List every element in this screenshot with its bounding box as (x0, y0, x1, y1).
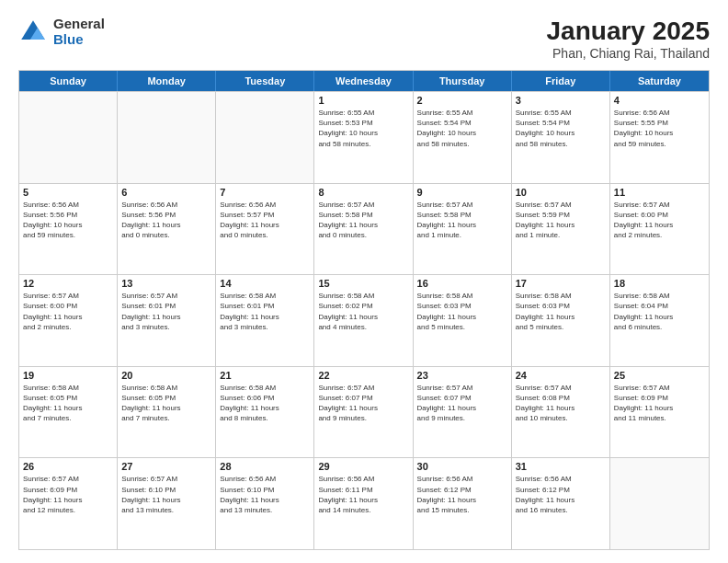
cell-info-line: and 1 minute. (417, 230, 507, 240)
header-day-monday: Monday (118, 71, 216, 91)
cell-info-line: Daylight: 11 hours (121, 495, 211, 505)
cell-info-line: Sunset: 5:54 PM (417, 118, 507, 128)
cell-info-line: and 13 minutes. (220, 505, 310, 515)
header-day-tuesday: Tuesday (216, 71, 314, 91)
cell-info-line: Sunrise: 6:57 AM (417, 200, 507, 210)
cell-info-line: Sunset: 6:08 PM (516, 393, 606, 403)
cell-info-line: and 5 minutes. (417, 322, 507, 332)
cell-info-line: Sunset: 5:57 PM (220, 210, 310, 220)
cell-info-line: Daylight: 11 hours (23, 403, 113, 413)
header-day-saturday: Saturday (610, 71, 709, 91)
cell-info-line: and 3 minutes. (121, 322, 211, 332)
cell-info-line: Daylight: 11 hours (516, 495, 606, 505)
calendar-cell-0-1 (118, 92, 216, 183)
day-number: 22 (318, 370, 408, 381)
cell-info-line: Daylight: 11 hours (417, 312, 507, 322)
day-number: 9 (417, 187, 507, 198)
cell-info-line: and 4 minutes. (318, 322, 408, 332)
cell-info-line: Daylight: 11 hours (516, 220, 606, 230)
cell-info-line: Daylight: 11 hours (318, 403, 408, 413)
day-number: 7 (220, 187, 310, 198)
day-number: 21 (220, 370, 310, 381)
cell-info-line: Sunrise: 6:56 AM (318, 474, 408, 484)
cell-info-line: Sunrise: 6:58 AM (121, 383, 211, 393)
cell-info-line: Sunrise: 6:56 AM (516, 474, 606, 484)
cell-info-line: Sunrise: 6:56 AM (220, 474, 310, 484)
cell-info-line: Sunrise: 6:57 AM (23, 474, 113, 484)
calendar-cell-0-4: 2Sunrise: 6:55 AMSunset: 5:54 PMDaylight… (414, 92, 512, 183)
cell-info-line: Sunrise: 6:58 AM (220, 383, 310, 393)
header: General Blue January 2025 Phan, Chiang R… (18, 17, 710, 61)
cell-info-line: Sunset: 6:12 PM (417, 485, 507, 495)
cell-info-line: Sunrise: 6:58 AM (318, 291, 408, 301)
day-number: 19 (23, 370, 113, 381)
cell-info-line: Daylight: 11 hours (614, 220, 705, 230)
cell-info-line: Sunrise: 6:56 AM (121, 200, 211, 210)
calendar-row-3: 19Sunrise: 6:58 AMSunset: 6:05 PMDayligh… (19, 366, 709, 458)
day-number: 1 (318, 95, 408, 106)
cell-info-line: Sunset: 6:03 PM (516, 301, 606, 311)
calendar-cell-3-0: 19Sunrise: 6:58 AMSunset: 6:05 PMDayligh… (19, 367, 118, 458)
cell-info-line: Sunrise: 6:58 AM (417, 291, 507, 301)
cell-info-line: Sunrise: 6:55 AM (318, 108, 408, 118)
header-day-sunday: Sunday (19, 71, 118, 91)
calendar-cell-3-2: 21Sunrise: 6:58 AMSunset: 6:06 PMDayligh… (216, 367, 314, 458)
day-number: 15 (318, 278, 408, 289)
cell-info-line: Sunrise: 6:57 AM (121, 291, 211, 301)
cell-info-line: Sunrise: 6:57 AM (121, 474, 211, 484)
calendar-cell-1-0: 5Sunrise: 6:56 AMSunset: 5:56 PMDaylight… (19, 184, 118, 275)
calendar-row-2: 12Sunrise: 6:57 AMSunset: 6:00 PMDayligh… (19, 274, 709, 366)
calendar-cell-4-4: 30Sunrise: 6:56 AMSunset: 6:12 PMDayligh… (414, 458, 512, 549)
calendar-cell-2-5: 17Sunrise: 6:58 AMSunset: 6:03 PMDayligh… (512, 275, 610, 366)
cell-info-line: and 58 minutes. (516, 139, 606, 149)
cell-info-line: Sunrise: 6:56 AM (23, 200, 113, 210)
cell-info-line: Daylight: 11 hours (121, 312, 211, 322)
day-number: 26 (23, 461, 113, 472)
cell-info-line: Sunset: 5:58 PM (417, 210, 507, 220)
logo-text: General Blue (53, 17, 105, 47)
cell-info-line: Daylight: 11 hours (318, 312, 408, 322)
day-number: 18 (614, 278, 705, 289)
calendar-cell-2-6: 18Sunrise: 6:58 AMSunset: 6:04 PMDayligh… (610, 275, 709, 366)
cell-info-line: and 6 minutes. (614, 322, 705, 332)
day-number: 28 (220, 461, 310, 472)
cell-info-line: and 58 minutes. (417, 139, 507, 149)
calendar-row-1: 5Sunrise: 6:56 AMSunset: 5:56 PMDaylight… (19, 183, 709, 275)
cell-info-line: Daylight: 10 hours (417, 128, 507, 138)
day-number: 12 (23, 278, 113, 289)
day-number: 11 (614, 187, 705, 198)
cell-info-line: Sunset: 5:56 PM (121, 210, 211, 220)
cell-info-line: Daylight: 11 hours (23, 495, 113, 505)
calendar-header: SundayMondayTuesdayWednesdayThursdayFrid… (19, 71, 709, 91)
logo-icon (18, 17, 48, 47)
cell-info-line: Daylight: 10 hours (516, 128, 606, 138)
cell-info-line: Sunrise: 6:56 AM (417, 474, 507, 484)
calendar-cell-4-6 (610, 458, 709, 549)
cell-info-line: Sunset: 6:10 PM (220, 485, 310, 495)
cell-info-line: Daylight: 11 hours (121, 220, 211, 230)
day-number: 14 (220, 278, 310, 289)
calendar-cell-3-6: 25Sunrise: 6:57 AMSunset: 6:09 PMDayligh… (610, 367, 709, 458)
cell-info-line: Daylight: 10 hours (614, 128, 705, 138)
header-day-wednesday: Wednesday (314, 71, 413, 91)
cell-info-line: Sunrise: 6:57 AM (417, 383, 507, 393)
cell-info-line: and 13 minutes. (121, 505, 211, 515)
cell-info-line: Sunset: 5:58 PM (318, 210, 408, 220)
day-number: 25 (614, 370, 705, 381)
day-number: 5 (23, 187, 113, 198)
cell-info-line: Sunset: 5:56 PM (23, 210, 113, 220)
calendar-cell-4-2: 28Sunrise: 6:56 AMSunset: 6:10 PMDayligh… (216, 458, 314, 549)
cell-info-line: Sunrise: 6:56 AM (614, 108, 705, 118)
calendar-cell-2-4: 16Sunrise: 6:58 AMSunset: 6:03 PMDayligh… (414, 275, 512, 366)
main-title: January 2025 (547, 17, 710, 46)
cell-info-line: and 9 minutes. (417, 413, 507, 423)
cell-info-line: Sunrise: 6:58 AM (23, 383, 113, 393)
day-number: 31 (516, 461, 606, 472)
cell-info-line: Daylight: 11 hours (220, 312, 310, 322)
day-number: 3 (516, 95, 606, 106)
cell-info-line: Sunrise: 6:57 AM (516, 383, 606, 393)
cell-info-line: Sunrise: 6:58 AM (516, 291, 606, 301)
sub-title: Phan, Chiang Rai, Thailand (547, 46, 710, 61)
calendar-cell-3-1: 20Sunrise: 6:58 AMSunset: 6:05 PMDayligh… (118, 367, 216, 458)
calendar-cell-4-5: 31Sunrise: 6:56 AMSunset: 6:12 PMDayligh… (512, 458, 610, 549)
